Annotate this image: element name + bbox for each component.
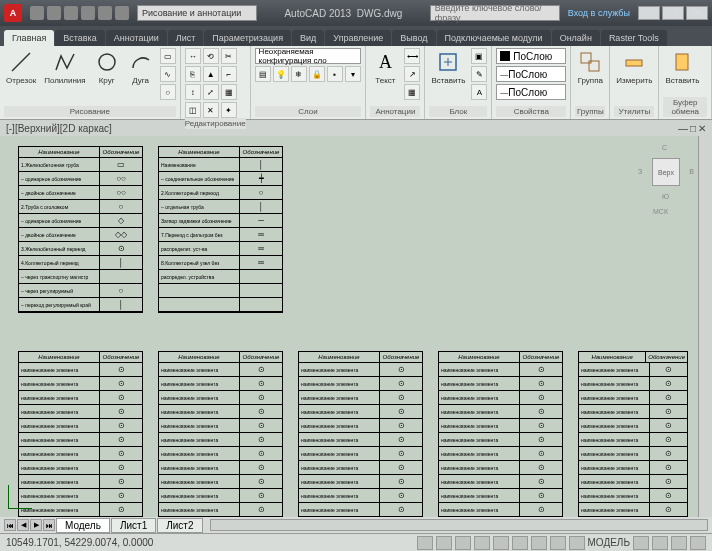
maximize-button[interactable]: □ [662,6,684,20]
vp-min-icon[interactable]: — [678,123,688,134]
rect-icon[interactable]: ▭ [160,48,176,64]
status-extra1[interactable] [633,536,649,550]
tab-insert[interactable]: Вставка [55,30,104,46]
color-combo[interactable]: ПоСлою [496,48,566,64]
circle-button[interactable]: Круг [92,48,122,87]
insert-button[interactable]: Вставить [429,48,467,87]
snap-toggle[interactable] [417,536,433,550]
modelspace-label[interactable]: МОДЕЛЬ [588,537,630,548]
text-button[interactable]: AТекст [370,48,400,87]
vp-close-icon[interactable]: ✕ [698,123,706,134]
tab-nav-last[interactable]: ⏭ [43,519,55,531]
vertical-scrollbar[interactable] [698,136,712,517]
minimize-button[interactable]: — [638,6,660,20]
otrack-toggle[interactable] [512,536,528,550]
tab-raster[interactable]: Raster Tools [601,30,667,46]
layer-more-icon[interactable]: ▾ [345,66,361,82]
spline-icon[interactable]: ∿ [160,66,176,82]
stretch-icon[interactable]: ↕ [185,84,201,100]
tab-nav-prev[interactable]: ◀ [17,519,29,531]
tab-manage[interactable]: Управление [325,30,391,46]
layer-prop-icon[interactable]: ▤ [255,66,271,82]
tab-view[interactable]: Вид [292,30,324,46]
offset-icon[interactable]: ◫ [185,102,201,118]
layer-off-icon[interactable]: 💡 [273,66,289,82]
status-extra3[interactable] [671,536,687,550]
vp-max-icon[interactable]: □ [690,123,696,134]
tab-nav-next[interactable]: ▶ [30,519,42,531]
copy-icon[interactable]: ⎘ [185,66,201,82]
linetype-combo[interactable]: — ПоСлою [496,84,566,100]
dyn-toggle[interactable] [531,536,547,550]
create-block-icon[interactable]: ▣ [471,48,487,64]
drawing-table: НаименованиеОбозначениенаименование элем… [298,351,423,517]
qat-undo[interactable] [81,6,95,20]
qat-print[interactable] [115,6,129,20]
qp-toggle[interactable] [569,536,585,550]
group-button[interactable]: Группа [575,48,605,87]
tab-layout[interactable]: Лист [168,30,204,46]
osnap-toggle[interactable] [493,536,509,550]
panel-modify: ↔ ⟲ ✂ ⎘ ▲ ⌐ ↕ ⤢ ▦ ◫ ✕ ✦ Редактирование [181,46,251,119]
array-icon[interactable]: ▦ [221,84,237,100]
rotate-icon[interactable]: ⟲ [203,48,219,64]
qat-new[interactable] [30,6,44,20]
tab-param[interactable]: Параметризация [204,30,291,46]
panel-utils: Измерить Утилиты [610,46,659,119]
explode-icon[interactable]: ✦ [221,102,237,118]
tab-annotate[interactable]: Аннотации [106,30,167,46]
tab-plugins[interactable]: Подключаемые модули [437,30,551,46]
measure-button[interactable]: Измерить [614,48,654,87]
leader-icon[interactable]: ↗ [404,66,420,82]
dim-icon[interactable]: ⟷ [404,48,420,64]
viewcube[interactable]: С Ю З В Верх [638,144,694,200]
edit-block-icon[interactable]: ✎ [471,66,487,82]
grid-toggle[interactable] [436,536,452,550]
lineweight-combo[interactable]: — ПоСлою [496,66,566,82]
app-logo[interactable]: A [4,4,22,22]
layer-lock-icon[interactable]: 🔒 [309,66,325,82]
arc-button[interactable]: Дуга [126,48,156,87]
layout1-tab[interactable]: Лист1 [111,518,156,533]
workspace-combo[interactable]: Рисование и аннотации [137,5,257,21]
scale-icon[interactable]: ⤢ [203,84,219,100]
tab-nav-first[interactable]: ⏮ [4,519,16,531]
layer-combo[interactable]: Неохраняемая конфигурация сло [255,48,362,64]
qat-open[interactable] [47,6,61,20]
qat-save[interactable] [64,6,78,20]
lwt-toggle[interactable] [550,536,566,550]
search-input[interactable]: Введите ключевое слово/фразу [430,5,560,21]
polar-toggle[interactable] [474,536,490,550]
ellipse-icon[interactable]: ○ [160,84,176,100]
polyline-button[interactable]: Полилиния [42,48,88,87]
line-button[interactable]: Отрезок [4,48,38,87]
table-icon[interactable]: ▦ [404,84,420,100]
paste-button[interactable]: Вставить [663,48,701,87]
horizontal-scrollbar[interactable] [210,519,709,531]
panel-layers: Неохраняемая конфигурация сло ▤ 💡 ❄ 🔒 ▪ … [251,46,367,119]
layer-color-icon[interactable]: ▪ [327,66,343,82]
fillet-icon[interactable]: ⌐ [221,66,237,82]
ortho-toggle[interactable] [455,536,471,550]
status-extra2[interactable] [652,536,668,550]
tab-online[interactable]: Онлайн [552,30,600,46]
login-link[interactable]: Вход в службы [568,8,630,18]
drawing-canvas[interactable]: С Ю З В Верх МСК НаименованиеОбозначение… [0,136,712,517]
tab-output[interactable]: Вывод [392,30,435,46]
status-extra4[interactable] [690,536,706,550]
drawing-table: НаименованиеОбозначениенаименование элем… [578,351,688,517]
layout2-tab[interactable]: Лист2 [157,518,202,533]
drawing-table: НаименованиеОбозначение1.Железобетонная … [18,146,143,313]
panel-annot: AТекст ⟷ ↗ ▦ Аннотации [366,46,425,119]
trim-icon[interactable]: ✂ [221,48,237,64]
model-tab[interactable]: Модель [56,518,110,533]
tab-home[interactable]: Главная [4,30,54,46]
qat-redo[interactable] [98,6,112,20]
erase-icon[interactable]: ✕ [203,102,219,118]
viewcube-face[interactable]: Верх [652,158,680,186]
attr-icon[interactable]: A [471,84,487,100]
layer-freeze-icon[interactable]: ❄ [291,66,307,82]
move-icon[interactable]: ↔ [185,48,201,64]
close-button[interactable]: ✕ [686,6,708,20]
mirror-icon[interactable]: ▲ [203,66,219,82]
